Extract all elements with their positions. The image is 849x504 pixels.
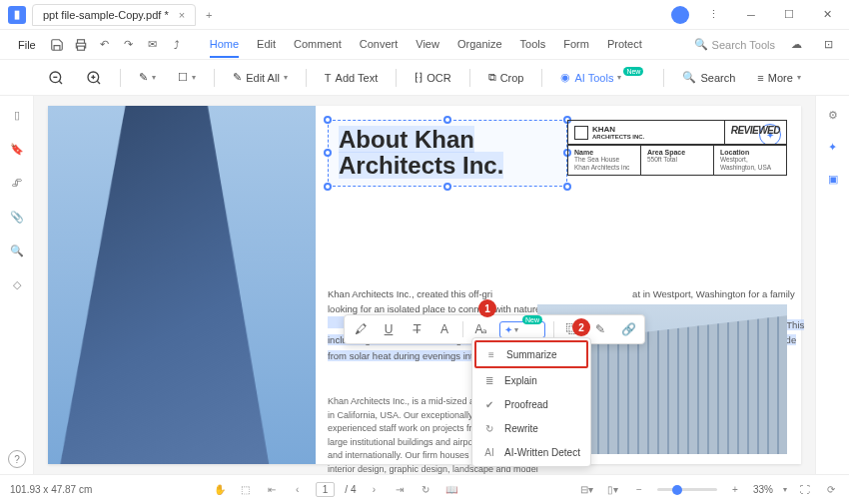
- user-avatar[interactable]: [671, 6, 689, 24]
- right-rail: ⚙ ✦ ▣: [815, 96, 849, 474]
- close-tab-icon[interactable]: ×: [179, 9, 185, 21]
- tab-form[interactable]: Form: [563, 32, 589, 58]
- resize-handle[interactable]: [324, 149, 332, 157]
- bookmark-icon[interactable]: 🔖: [8, 140, 26, 158]
- shape-button[interactable]: ☐▾: [170, 67, 204, 88]
- search-tools[interactable]: 🔍 Search Tools: [694, 38, 775, 51]
- settings-icon[interactable]: ⚙: [824, 106, 842, 124]
- ai-rail-icon[interactable]: ✦: [824, 138, 842, 156]
- zoom-in-icon[interactable]: +: [727, 484, 743, 495]
- zoom-slider[interactable]: [657, 488, 717, 491]
- zoom-thumb[interactable]: [672, 485, 682, 495]
- crop-button[interactable]: ⧉ Crop: [480, 67, 532, 88]
- ai-detect[interactable]: AIAI-Written Detect: [474, 440, 588, 464]
- edit-all-button[interactable]: ✎ Edit All▾: [225, 67, 296, 88]
- attachment2-icon[interactable]: 📎: [8, 208, 26, 226]
- info-panel: KHAN ARCHITECTS INC. REVIEWED NameThe Se…: [567, 120, 787, 176]
- main-area: ▯ 🔖 🖇 📎 🔍 ◇ ✦ About: [0, 96, 849, 474]
- resize-handle[interactable]: [443, 116, 451, 124]
- maximize-button[interactable]: ☐: [775, 5, 803, 25]
- file-menu[interactable]: File: [10, 35, 44, 55]
- prev-page-icon[interactable]: ‹: [290, 484, 306, 495]
- zoom-out-icon[interactable]: −: [631, 484, 647, 495]
- title-selection-box[interactable]: About Khan Architects Inc.: [328, 120, 567, 187]
- tab-edit[interactable]: Edit: [257, 32, 276, 58]
- last-page-icon[interactable]: ⇥: [392, 484, 408, 495]
- ai-proofread[interactable]: ✔Proofread: [474, 392, 588, 416]
- svg-line-3: [60, 81, 63, 84]
- redo-icon[interactable]: ↷: [118, 34, 140, 56]
- tab-home[interactable]: Home: [210, 32, 239, 58]
- refresh-icon[interactable]: ⟳: [823, 484, 839, 495]
- statusbar: 101.93 x 47.87 cm ✋ ⬚ ⇤ ‹ 1 / 4 › ⇥ ↻ 📖 …: [0, 474, 849, 504]
- thumbnails-icon[interactable]: ▯: [8, 106, 26, 124]
- tab-view[interactable]: View: [416, 32, 439, 58]
- save-icon[interactable]: [46, 34, 68, 56]
- close-window-button[interactable]: ✕: [813, 5, 841, 25]
- ocr-button[interactable]: ⁅⁆ OCR: [407, 67, 458, 88]
- resize-handle[interactable]: [563, 183, 571, 191]
- ai-dropdown-button[interactable]: ✦▾ New: [499, 321, 545, 338]
- undo-icon[interactable]: ↶: [94, 34, 116, 56]
- fit-width-icon[interactable]: ⊟▾: [579, 484, 595, 495]
- attachment-icon[interactable]: 🖇: [8, 174, 26, 192]
- read-mode-icon[interactable]: 📖: [443, 484, 459, 495]
- svg-rect-0: [77, 39, 84, 43]
- explain-icon: ≣: [482, 373, 496, 387]
- underline-icon[interactable]: U: [379, 319, 399, 339]
- zoom-in-button[interactable]: [78, 66, 110, 90]
- minimize-button[interactable]: ─: [737, 5, 765, 25]
- link-icon[interactable]: 🔗: [618, 319, 638, 339]
- left-rail: ▯ 🔖 🖇 📎 🔍 ◇: [0, 96, 34, 474]
- file-tab[interactable]: ppt file-sample-Copy.pdf * ×: [32, 4, 196, 26]
- more-icon[interactable]: ⋮: [699, 5, 727, 25]
- single-page-icon[interactable]: ▯▾: [605, 484, 621, 495]
- search-button[interactable]: 🔍 Search: [674, 67, 743, 88]
- summarize-icon: ≡: [484, 347, 498, 361]
- layers-icon[interactable]: ◇: [8, 275, 26, 293]
- document-canvas[interactable]: ✦ About Khan Architects Inc.: [34, 96, 815, 474]
- strikethrough-icon[interactable]: T̶: [407, 319, 426, 339]
- select-tool-icon[interactable]: ⬚: [238, 484, 254, 495]
- first-page-icon[interactable]: ⇤: [264, 484, 280, 495]
- add-text-button[interactable]: T Add Text: [317, 68, 386, 88]
- ai-rewrite[interactable]: ↻Rewrite: [474, 416, 588, 440]
- cloud-icon[interactable]: ☁: [785, 34, 807, 56]
- ai-explain[interactable]: ≣Explain: [474, 368, 588, 392]
- search-rail-icon[interactable]: 🔍: [8, 242, 26, 259]
- help-button[interactable]: ?: [8, 450, 26, 468]
- next-page-icon[interactable]: ›: [366, 484, 382, 495]
- tab-convert[interactable]: Convert: [360, 32, 399, 58]
- resize-handle[interactable]: [324, 116, 332, 124]
- text-style-icon[interactable]: Aₐ: [471, 319, 491, 339]
- zoom-out-button[interactable]: [40, 66, 72, 90]
- toolbar: ✎▾ ☐▾ ✎ Edit All▾ T Add Text ⁅⁆ OCR ⧉ Cr…: [0, 60, 849, 96]
- resize-handle[interactable]: [443, 183, 451, 191]
- resize-handle[interactable]: [324, 183, 332, 191]
- highlight-icon[interactable]: 🖍: [351, 319, 371, 339]
- add-tab-button[interactable]: +: [200, 6, 218, 24]
- tab-organize[interactable]: Organize: [457, 32, 502, 58]
- ai-summarize[interactable]: ≡Summarize: [474, 340, 588, 368]
- ai-chat-icon[interactable]: ▣: [824, 170, 842, 188]
- tab-protect[interactable]: Protect: [607, 32, 642, 58]
- share-icon[interactable]: ⤴: [166, 34, 188, 56]
- tab-tools[interactable]: Tools: [520, 32, 546, 58]
- email-icon[interactable]: ✉: [142, 34, 164, 56]
- fullscreen-icon[interactable]: ⛶: [797, 484, 813, 495]
- filename: ppt file-sample-Copy.pdf *: [43, 9, 169, 21]
- page-number-input[interactable]: 1: [316, 482, 336, 497]
- more-button[interactable]: ≡ More▾: [749, 68, 808, 88]
- app-icon: ▮: [8, 6, 26, 24]
- expand-icon[interactable]: ⊡: [817, 34, 839, 56]
- tab-comment[interactable]: Comment: [294, 32, 342, 58]
- svg-line-6: [98, 81, 101, 84]
- print-icon[interactable]: [70, 34, 92, 56]
- detect-icon: AI: [482, 445, 496, 459]
- highlight-button[interactable]: ✎▾: [131, 67, 164, 88]
- ai-tools-button[interactable]: ◉ AI Tools▾New: [552, 67, 653, 88]
- hand-tool-icon[interactable]: ✋: [212, 484, 228, 495]
- edit-icon[interactable]: ✎: [590, 319, 610, 339]
- font-icon[interactable]: A: [434, 319, 454, 339]
- rotate-icon[interactable]: ↻: [418, 484, 433, 495]
